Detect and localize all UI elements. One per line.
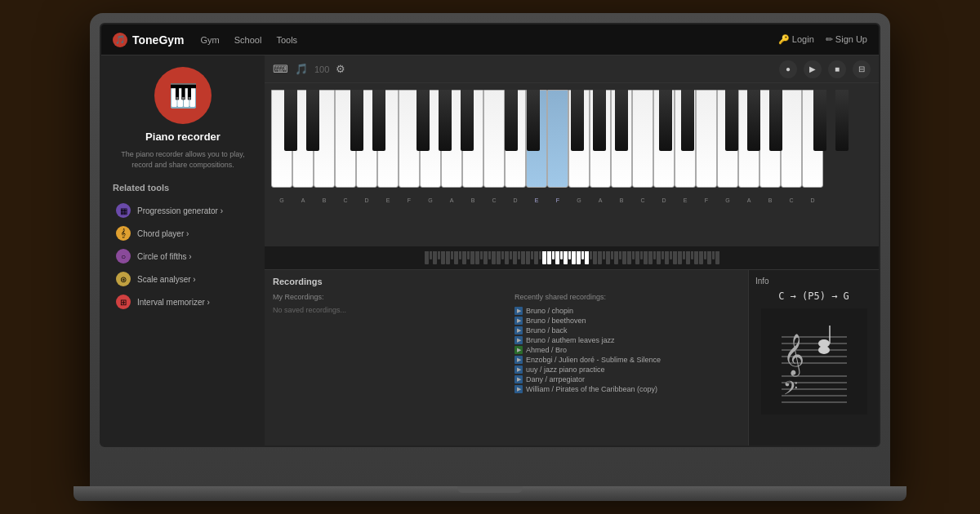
scale-icon: ⊛ <box>116 272 131 286</box>
related-tools-label: Related tools <box>113 183 253 193</box>
mini-key-53 <box>648 251 653 264</box>
mini-key-11 <box>470 251 474 264</box>
black-key-12[interactable] <box>659 90 672 151</box>
toolbar: ⌨ 🎵 100 ⚙ ● ▶ ■ ⊟ <box>265 55 879 83</box>
svg-text:𝄞: 𝄞 <box>783 334 804 377</box>
white-key-10[interactable] <box>483 90 505 188</box>
mini-key-8 <box>459 251 461 259</box>
mini-key-29 <box>547 251 551 264</box>
mini-key-68 <box>712 251 715 259</box>
recording-item-5[interactable]: ▶Enzobgi / Julien doré - Sublime & Silen… <box>514 355 740 365</box>
rec-name-0: Bruno / chopin <box>526 307 573 315</box>
mini-key-20 <box>510 251 512 259</box>
mini-keyboard <box>265 246 879 269</box>
stop-button[interactable]: ■ <box>828 60 846 78</box>
play-button[interactable]: ▶ <box>804 60 822 78</box>
white-key-17[interactable] <box>632 90 653 188</box>
recording-item-1[interactable]: ▶Bruno / beethoven <box>514 316 740 326</box>
black-key-1[interactable] <box>306 90 319 151</box>
black-key-17[interactable] <box>813 90 826 151</box>
black-key-3[interactable] <box>372 90 385 151</box>
recordings-title: Recordings <box>273 277 740 286</box>
key-label-6: F <box>399 197 420 203</box>
black-key-13[interactable] <box>681 90 694 151</box>
interval-icon: ⊞ <box>116 295 131 309</box>
main-content: 🎹 Piano recorder The piano recorder allo… <box>101 55 879 447</box>
black-key-0[interactable] <box>284 90 297 151</box>
recording-item-4[interactable]: ▶Ahmed / Bro <box>514 345 740 355</box>
rec-name-7: Dany / arrpegiator <box>526 375 585 383</box>
app-container: 🎵 ToneGym Gym School Tools 🔑 Login ✏ Sig… <box>101 24 879 447</box>
mini-key-56 <box>662 251 664 259</box>
recording-item-6[interactable]: ▶uuy / jazz piano practice <box>514 365 740 374</box>
signup-link[interactable]: ✏ Sign Up <box>826 34 867 45</box>
staff-svg: 𝄞 <box>765 312 863 410</box>
key-label-14: G <box>568 197 590 203</box>
nav-gym[interactable]: Gym <box>201 35 220 45</box>
mini-key-38 <box>585 251 589 264</box>
mini-key-50 <box>635 251 639 264</box>
black-key-7[interactable] <box>505 90 518 151</box>
record-button[interactable]: ● <box>779 60 797 78</box>
recording-item-3[interactable]: ▶Bruno / authem leaves jazz <box>514 335 740 345</box>
black-key-5[interactable] <box>439 90 452 151</box>
recording-item-2[interactable]: ▶Bruno / back <box>514 326 740 335</box>
tool-circle-of-fifths[interactable]: ○ Circle of fifths › <box>113 245 253 268</box>
recording-item-8[interactable]: ▶William / Pirates of the Caribbean (cop… <box>514 384 740 394</box>
tool-chord-player[interactable]: 𝄞 Chord player › <box>113 222 253 245</box>
mini-key-57 <box>665 251 669 264</box>
mini-key-63 <box>691 251 693 259</box>
piano-area: ⌨ 🎵 100 ⚙ ● ▶ ■ ⊟ <box>265 55 879 447</box>
black-key-2[interactable] <box>350 90 363 151</box>
svg-text:𝄢: 𝄢 <box>783 378 798 403</box>
settings-icon[interactable]: ⚙ <box>336 63 345 75</box>
black-key-4[interactable] <box>416 90 430 151</box>
rec-name-3: Bruno / authem leaves jazz <box>526 336 615 344</box>
black-key-10[interactable] <box>593 90 606 151</box>
sidebar-desc: The piano recorder allows you to play, r… <box>113 149 253 170</box>
recording-item-7[interactable]: ▶Dany / arrpegiator <box>514 374 740 384</box>
key-label-20: F <box>696 197 717 203</box>
loop-button[interactable]: ⊟ <box>853 60 871 78</box>
black-key-6[interactable] <box>461 90 474 151</box>
rec-name-6: uuy / jazz piano practice <box>526 366 605 374</box>
mini-key-51 <box>640 251 643 259</box>
tool-chord-label: Chord player › <box>137 229 189 238</box>
black-key-8[interactable] <box>527 90 540 151</box>
black-key-18[interactable] <box>835 90 849 151</box>
mini-key-19 <box>505 251 509 264</box>
white-key-13[interactable] <box>547 90 568 188</box>
mini-key-15 <box>488 251 491 259</box>
tool-progression-generator[interactable]: ▦ Progression generator › <box>113 199 253 222</box>
key-label-19: E <box>675 197 696 203</box>
black-key-15[interactable] <box>747 90 760 151</box>
tool-scale-analyser[interactable]: ⊛ Scale analyser › <box>113 268 253 290</box>
mini-key-26 <box>534 251 538 264</box>
rec-name-1: Bruno / beethoven <box>526 317 586 325</box>
white-key-20[interactable] <box>696 90 717 188</box>
mini-key-30 <box>552 251 555 259</box>
rec-icon-8: ▶ <box>514 385 523 393</box>
piano-icon: 🎹 <box>169 82 198 109</box>
black-key-11[interactable] <box>615 90 628 151</box>
login-link[interactable]: 🔑 Login <box>778 34 814 45</box>
white-key-24[interactable] <box>781 90 802 188</box>
mini-key-18 <box>501 251 504 259</box>
shared-recordings-label: Recently shared recordings: <box>514 293 740 301</box>
mini-key-33 <box>564 251 568 264</box>
mini-key-44 <box>611 251 613 259</box>
mini-key-69 <box>715 251 719 264</box>
black-key-16[interactable] <box>769 90 782 151</box>
mini-key-5 <box>446 251 450 264</box>
recording-item-0[interactable]: ▶Bruno / chopin <box>514 306 740 316</box>
tool-interval-memorizer[interactable]: ⊞ Interval memorizer › <box>113 290 253 313</box>
black-key-14[interactable] <box>725 90 738 151</box>
nav-school[interactable]: School <box>234 35 262 45</box>
nav-tools[interactable]: Tools <box>276 35 297 45</box>
mini-key-2 <box>433 251 437 264</box>
mini-key-62 <box>686 251 690 264</box>
black-key-9[interactable] <box>571 90 584 151</box>
mini-key-59 <box>673 251 677 264</box>
key-label-2: B <box>314 197 335 203</box>
mini-key-60 <box>678 251 682 264</box>
